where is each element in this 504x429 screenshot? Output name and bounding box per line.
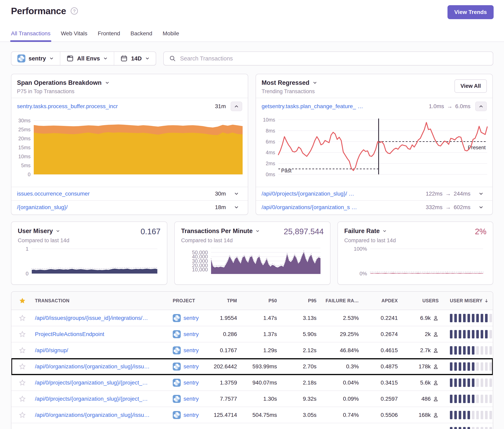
transaction-link[interactable]: /api/0/projects/{organization_slug}/{pro… xyxy=(35,396,148,402)
project-link[interactable]: sentry xyxy=(183,412,199,418)
project-link[interactable]: sentry xyxy=(183,363,199,370)
misery-bar-empty xyxy=(476,346,479,355)
environment-filter[interactable]: All Envs xyxy=(60,52,114,65)
regression-to-value: 6.0ms xyxy=(455,103,470,110)
tab-web-vitals[interactable]: Web Vitals xyxy=(61,30,88,42)
column-header-project[interactable]: PROJECT xyxy=(167,298,209,304)
transaction-link[interactable]: /api/0/organizations/{organization_slug}… xyxy=(35,363,150,369)
regression-from-value: 1.0ms xyxy=(429,103,444,110)
misery-bar-filled xyxy=(450,330,452,338)
misery-bar-filled xyxy=(463,378,466,387)
expand-button[interactable] xyxy=(231,189,242,199)
span-op-duration: 31m xyxy=(215,103,226,110)
column-header-tpm[interactable]: TPM xyxy=(209,298,237,304)
favorite-star-toggle[interactable] xyxy=(11,331,33,338)
misery-bar-empty xyxy=(481,346,483,355)
transaction-link[interactable]: ProjectRuleActionsEndpoint xyxy=(35,331,104,337)
span-op-row-expanded: sentry.tasks.process_buffer.process_incr… xyxy=(11,98,248,114)
transaction-link[interactable]: /api/0/organizations/{organization_slug}… xyxy=(35,412,150,418)
project-link[interactable]: sentry xyxy=(183,331,199,337)
column-header-users[interactable]: USERS xyxy=(398,298,439,304)
collapse-button[interactable] xyxy=(475,102,487,111)
key-transaction-column-header[interactable] xyxy=(11,297,33,304)
misery-bar-filled xyxy=(450,427,452,429)
cell-apdex: 0.4875 xyxy=(359,363,398,370)
misery-bar-filled xyxy=(454,395,457,403)
project-link[interactable]: sentry xyxy=(183,315,199,321)
project-link[interactable]: sentry xyxy=(183,347,199,354)
python-project-icon xyxy=(17,54,25,62)
favorite-star-toggle[interactable] xyxy=(11,379,33,386)
misery-bar-filled xyxy=(472,378,475,387)
transaction-link[interactable]: /api/0/projects/{organization_slug}/{pro… xyxy=(35,379,148,386)
column-header-failure-rate[interactable]: FAILURE RA… xyxy=(316,298,359,304)
misery-bar-filled xyxy=(468,330,470,338)
cell-failure-rate: 0.04% xyxy=(316,379,359,386)
transaction-link[interactable]: /api/0/issues|groups/{issue_id}/integrat… xyxy=(35,315,148,321)
cell-users: 486 xyxy=(398,396,439,402)
collapse-button[interactable] xyxy=(231,102,242,111)
misery-bar-filled xyxy=(459,346,461,355)
regressed-row-expanded: getsentry.tasks.plan_change_feature_ … 1… xyxy=(256,98,492,114)
span-op-link[interactable]: sentry.tasks.process_buffer.process_incr xyxy=(17,103,118,110)
favorite-star-toggle[interactable] xyxy=(11,315,33,322)
expand-button[interactable] xyxy=(475,202,487,212)
column-header-user-misery[interactable]: USER MISERY xyxy=(439,298,493,304)
tpm-title-dropdown[interactable]: Transactions Per Minute xyxy=(181,228,260,235)
view-trends-button[interactable]: View Trends xyxy=(448,5,494,19)
tab-mobile[interactable]: Mobile xyxy=(163,30,179,42)
misery-bar-filled xyxy=(481,330,483,338)
misery-bar-empty xyxy=(472,411,475,419)
svg-text:25ms: 25ms xyxy=(18,127,31,132)
misery-bar-empty xyxy=(481,395,483,403)
misery-bar-filled xyxy=(485,330,488,338)
column-header-transaction[interactable]: TRANSACTION xyxy=(33,298,167,304)
tab-frontend[interactable]: Frontend xyxy=(98,30,120,42)
span-op-link[interactable]: issues.occurrence_consumer xyxy=(17,191,90,197)
regressed-transaction-link[interactable]: getsentry.tasks.plan_change_feature_ … xyxy=(261,103,363,110)
search-input[interactable] xyxy=(180,55,488,62)
misery-bar-filled xyxy=(463,346,466,355)
column-header-apdex[interactable]: APDEX xyxy=(359,298,398,304)
misery-bar-filled xyxy=(463,314,466,322)
transaction-link[interactable]: /api/0/signup/ xyxy=(35,347,68,353)
regressed-transaction-link[interactable]: /api/0/projects/{organization_slug}/ … xyxy=(261,191,354,197)
project-link[interactable]: sentry xyxy=(183,379,199,386)
expand-button[interactable] xyxy=(231,202,242,212)
tab-backend[interactable]: Backend xyxy=(131,30,152,42)
tab-all-transactions[interactable]: All Transactions xyxy=(11,30,51,42)
project-filter[interactable]: sentry xyxy=(11,52,60,65)
misery-bar-empty xyxy=(489,346,492,355)
span-op-row: issues.occurrence_consumer 30m xyxy=(11,187,248,200)
favorite-star-toggle[interactable] xyxy=(11,363,33,370)
svg-text:8ms: 8ms xyxy=(266,128,275,133)
date-range-filter[interactable]: 14D xyxy=(114,52,155,65)
regressed-transaction-link[interactable]: /api/0/organizations/{organization_s … xyxy=(261,204,357,210)
span-operations-title-dropdown[interactable]: Span Operations Breakdown xyxy=(17,79,242,86)
regression-from-value: 122ms xyxy=(426,191,442,197)
misery-bar-filled xyxy=(468,411,470,419)
expand-button[interactable] xyxy=(475,189,487,199)
column-header-p50[interactable]: P50 xyxy=(237,298,277,304)
cell-failure-rate: 0.3% xyxy=(316,363,359,370)
chevron-down-icon xyxy=(56,229,60,233)
favorite-star-toggle[interactable] xyxy=(11,411,33,419)
project-cell: sentry xyxy=(167,314,209,322)
column-header-p95[interactable]: P95 xyxy=(277,298,316,304)
view-all-button[interactable]: View All xyxy=(454,79,487,93)
user-misery-title-dropdown[interactable]: User Misery xyxy=(18,228,60,235)
span-op-duration: 30m xyxy=(215,191,226,197)
help-icon[interactable]: ? xyxy=(70,7,79,15)
star-outline-icon xyxy=(19,379,26,386)
python-project-icon xyxy=(173,395,181,403)
failure-rate-title-dropdown[interactable]: Failure Rate xyxy=(344,228,387,235)
most-regressed-subtitle: Trending Transactions xyxy=(261,88,487,95)
span-op-link[interactable]: /{organization_slug}/ xyxy=(17,204,68,210)
misery-bar-filled xyxy=(463,411,466,419)
project-link[interactable]: sentry xyxy=(183,396,199,402)
misery-bar-empty xyxy=(476,378,479,387)
favorite-star-toggle[interactable] xyxy=(11,395,33,403)
chevron-down-icon xyxy=(103,56,108,61)
favorite-star-toggle[interactable] xyxy=(11,347,33,354)
most-regressed-title-dropdown[interactable]: Most Regressed xyxy=(261,79,487,86)
